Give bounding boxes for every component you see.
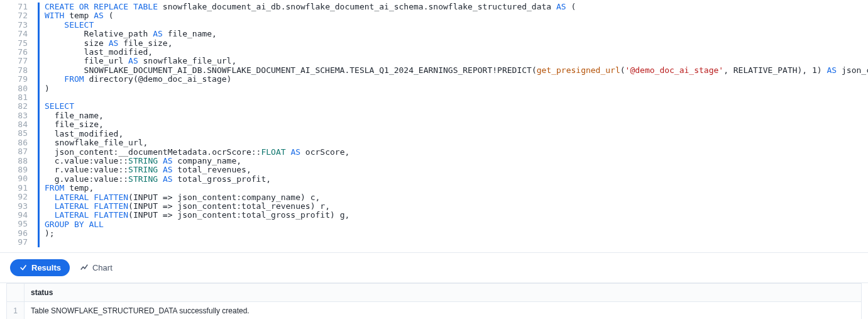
line-number: 78 [0,66,28,75]
code-line[interactable]: LATERAL FLATTEN(INPUT => json_content:to… [45,202,868,211]
code-line[interactable]: g.value:value::STRING AS total_gross_pro… [45,175,868,184]
line-number: 93 [0,202,28,211]
sql-editor[interactable]: 7172737475767778798081828384858687888990… [0,0,868,247]
line-number: 94 [0,211,28,220]
code-area[interactable]: CREATE OR REPLACE TABLE snowflake_docume… [38,3,868,247]
chart-icon [80,263,89,272]
line-number: 81 [0,93,28,102]
line-number: 85 [0,129,28,138]
line-number: 76 [0,48,28,57]
code-line[interactable]: WITH temp AS ( [45,11,868,20]
line-number: 90 [0,174,28,183]
code-line[interactable]: LATERAL FLATTEN(INPUT => json_content:to… [45,211,868,220]
code-line[interactable]: SELECT [45,102,868,111]
line-number: 92 [0,193,28,201]
results-table[interactable]: status 1Table SNOWFLAKE_STRUCTURED_DATA … [6,283,862,319]
line-number: 73 [0,21,28,30]
code-line[interactable]: snowflake_file_url, [45,138,868,147]
results-tab[interactable]: Results [10,259,70,276]
line-number: 88 [0,157,28,165]
line-number: 71 [0,3,28,11]
code-line[interactable]: ); [45,229,868,238]
code-line[interactable]: r.value:value::STRING AS total_revenues, [45,165,868,174]
line-number: 79 [0,75,28,84]
code-line[interactable]: file_name, [45,111,868,120]
line-number: 87 [0,147,28,156]
line-number: 91 [0,184,28,193]
line-number-gutter: 7172737475767778798081828384858687888990… [0,3,38,247]
results-toolbar: Results Chart [0,252,868,283]
code-line[interactable]: last_modified, [45,48,868,57]
line-number: 96 [0,229,28,238]
results-icon [19,263,28,272]
line-number: 95 [0,220,28,228]
results-panel: status 1Table SNOWFLAKE_STRUCTURED_DATA … [0,283,868,319]
code-line[interactable]: FROM directory(@demo_doc_ai_stage) [45,75,868,84]
chart-tab-label: Chart [92,263,113,272]
code-line[interactable]: LATERAL FLATTEN(INPUT => json_content:co… [45,193,868,202]
line-number: 89 [0,165,28,174]
code-line[interactable] [45,238,868,247]
column-header-status[interactable]: status [25,283,862,301]
code-line[interactable]: GROUP BY ALL [45,220,868,229]
line-number: 86 [0,138,28,147]
line-number: 77 [0,57,28,65]
row-number-header [7,283,25,301]
row-number-cell: 1 [7,301,25,319]
code-line[interactable]: size AS file_size, [45,39,868,48]
code-line[interactable] [45,93,868,102]
code-line[interactable]: json_content:__documentMetadata.ocrScore… [45,148,868,157]
line-number: 82 [0,102,28,111]
code-line[interactable]: Relative_path AS file_name, [45,30,868,38]
code-line[interactable]: SELECT [45,21,868,30]
line-number: 83 [0,111,28,120]
result-cell[interactable]: Table SNOWFLAKE_STRUCTURED_DATA successf… [25,301,862,319]
code-line[interactable]: file_url AS snowflake_file_url, [45,57,868,65]
line-number: 84 [0,120,28,129]
chart-tab[interactable]: Chart [80,263,113,272]
code-line[interactable]: SNOWFLAKE_DOCUMENT_AI_DB.SNOWFLAKE_DOCUM… [45,66,868,75]
line-number: 75 [0,39,28,48]
code-line[interactable]: CREATE OR REPLACE TABLE snowflake_docume… [45,3,868,11]
line-number: 80 [0,84,28,93]
results-tab-label: Results [31,263,61,272]
line-number: 74 [0,30,28,38]
code-line[interactable]: file_size, [45,120,868,129]
line-number: 97 [0,238,28,247]
line-number: 72 [0,11,28,20]
code-line[interactable]: c.value:value::STRING AS company_name, [45,157,868,165]
code-line[interactable]: FROM temp, [45,184,868,193]
table-row[interactable]: 1Table SNOWFLAKE_STRUCTURED_DATA success… [7,301,862,319]
code-line[interactable]: ) [45,84,868,93]
code-line[interactable]: last_modified, [45,130,868,138]
